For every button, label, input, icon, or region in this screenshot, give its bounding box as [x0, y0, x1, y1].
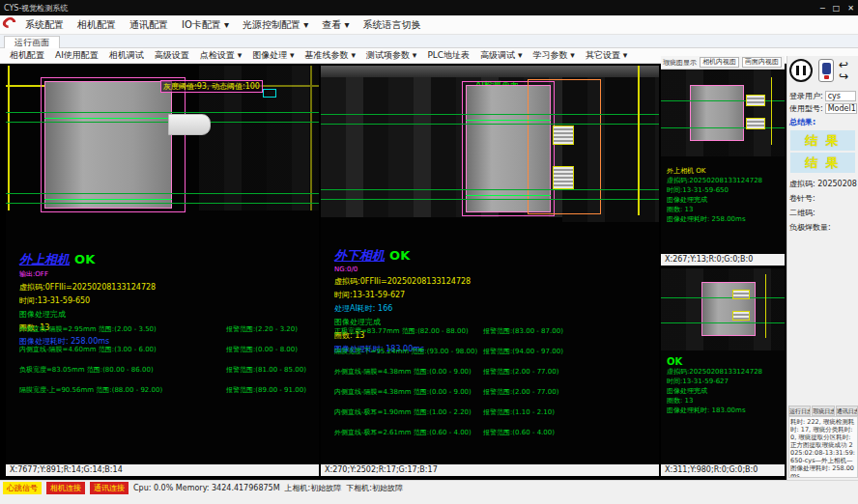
menu-system-config[interactable]: 系统配置 [25, 18, 64, 32]
result-box-2: 结 果 [790, 153, 855, 173]
log-tab-defect[interactable]: 瑕疵日志 [812, 406, 834, 416]
app-logo-icon [0, 15, 18, 30]
alarm-text: 报警范围:(81.00 - 85.00) [226, 365, 306, 375]
thumb-header: 瑕疵图显示 相机内视图 画面内视图 [661, 56, 785, 70]
thumb-line: 圈数: 13 [667, 396, 762, 406]
camera-icon [822, 63, 831, 74]
middle-camera-title: 外下相机 [334, 248, 385, 263]
machinery-texture [321, 66, 659, 77]
thumb-line: 图像处理完成 [667, 195, 762, 205]
measure-line [661, 100, 785, 101]
model-field[interactable]: Model1 [825, 103, 857, 114]
app-window: CYS-视觉检测系统 ─ □ ✕ 系统配置 相机配置 通讯配置 IO卡配置 ▾ … [0, 0, 858, 504]
upper-camera-status-text: 上相机:初始故障 [285, 483, 342, 493]
tool-camera-debug[interactable]: 相机调试 [109, 49, 144, 62]
thumb2-text-block: OK 虚拟码:20250208133124728 时间:13-31-59-627… [667, 357, 762, 415]
left-camera-title: 外上相机 [19, 252, 70, 266]
thumb-line: 时间:13-31-59-650 [667, 185, 762, 195]
winding-pin-line: 卷针号: [787, 189, 858, 204]
alarm-text: 报警范围:(0.60 - 4.00) [483, 428, 555, 437]
tool-spotcheck-settings[interactable]: 点检设置 ▾ [200, 49, 242, 62]
left-barcode-text: 虚拟码:0FFIIi=20250208133124728 [19, 282, 156, 293]
tab-run-screen[interactable]: 运行画面 [4, 36, 60, 48]
measurement-row: 外侧直线-极耳=2.61mm 范围:(0.60 - 4.00) 报警范围:(0.… [321, 428, 659, 448]
measure-text: 外侧直线-隔膜=4.38mm 范围:(0.00 - 9.00) [334, 367, 472, 377]
tool-other-settings[interactable]: 其它设置 ▾ [586, 49, 627, 62]
weld-spot-image [553, 126, 574, 145]
measurement-row: 隔膜宽度-下=95.24mm 范围:(93.00 - 98.00) 报警范围:(… [321, 347, 659, 367]
tool-learning-params[interactable]: 学习参数 ▾ [533, 49, 575, 62]
battery-cell-image [690, 85, 744, 141]
left-time-text: 时间:13-31-59-650 [19, 295, 156, 306]
nozzle-image [168, 114, 211, 135]
tool-ai-config[interactable]: AI使用配置 [55, 49, 99, 62]
thumb-line: 图像处理耗时: 183.00ms [667, 406, 762, 415]
menu-io-config[interactable]: IO卡配置 ▾ [182, 18, 229, 32]
measure-line [6, 203, 319, 204]
camera-tool-button[interactable] [818, 59, 834, 82]
log-text-area[interactable]: 耗时: 222, 瑕疵检测耗时: 17, 瑕疵分类耗时: 0, 瑕疵提取分区耗时… [788, 416, 858, 478]
camera-inner-view-button[interactable]: 相机内视图 [700, 57, 739, 68]
tool-advanced-debug[interactable]: 高级调试 ▾ [480, 49, 522, 62]
tool-image-processing[interactable]: 图像处理 ▾ [252, 49, 294, 62]
menu-comm-config[interactable]: 通讯配置 [129, 18, 168, 32]
tool-advanced-settings[interactable]: 高级设置 [155, 49, 189, 62]
measure-text: 内侧直线-隔膜=4.60mm 范围:(3.00 - 6.00) [19, 345, 157, 354]
camera-link-badge: 相机连接 [46, 482, 85, 494]
comm-link-badge: 通讯连接 [90, 482, 129, 494]
roi-cyan-box [263, 89, 276, 98]
log-tab-comm[interactable]: 通讯日志 [836, 406, 858, 416]
left-camera-view[interactable]: 灰度阈值:93, 动态阈值:100 外上相机 OK 输出:OFF 虚拟码:0FF… [6, 66, 319, 476]
menu-view[interactable]: 查看 ▾ [322, 18, 349, 32]
left-done-text: 图像处理完成 [19, 309, 156, 320]
minimize-icon[interactable]: ─ [820, 4, 825, 13]
thumb2-ok-text: OK [667, 357, 762, 367]
menu-language-switch[interactable]: 系统语言切换 [362, 18, 420, 32]
undo-arrow-icon[interactable]: ↩↪ [839, 59, 848, 82]
measure-line [321, 124, 659, 125]
weld-spot-image [732, 290, 750, 299]
thumb1-coords-bar: X:267;Y:13;R:0;G:0;B:0 [661, 254, 785, 266]
thumb2-coords-bar: X:311;Y:980;R:0;G:0;B:0 [661, 464, 785, 476]
thumb-line: 时间:13-31-59-627 [667, 377, 762, 386]
pause-button[interactable] [789, 59, 813, 82]
measure-line [44, 118, 172, 119]
left-signal-text: 输出:OFF [19, 269, 156, 279]
alarm-text: 报警范围:(94.00 - 97.00) [483, 347, 563, 356]
threshold-label: 灰度阈值:93, 动态阈值:100 [160, 80, 263, 93]
thumb-line: 图像处理完成 [667, 386, 762, 396]
tab-strip: 运行画面 [0, 35, 858, 48]
measure-line [44, 199, 172, 200]
alarm-text: 报警范围:(83.00 - 87.00) [483, 326, 563, 336]
measurement-row: 内侧直线-极耳=1.90mm 范围:(1.00 - 2.20) 报警范围:(1.… [321, 407, 659, 428]
measure-line [321, 189, 659, 190]
model-label: 使用型号: [789, 103, 823, 114]
middle-camera-view[interactable]: AI检测画面 外下相机 OK NG:0/0 虚拟码:0FFIIi=2025020… [321, 66, 659, 476]
thumb-camera-view-1[interactable]: 外上相机 OK 虚拟码:20250208133124728 时间:13-31-5… [661, 70, 785, 266]
record-dot-icon [824, 75, 829, 79]
maximize-icon[interactable]: □ [833, 4, 841, 13]
menu-light-config[interactable]: 光源控制配置 ▾ [243, 18, 308, 32]
tool-plc-address-table[interactable]: PLC地址表 [427, 49, 470, 62]
tool-camera-config[interactable]: 相机配置 [10, 49, 44, 62]
thumb-line: 外上相机 OK [667, 166, 762, 176]
measure-text: 正极宽度=83.77mm 范围:(82.00 - 88.00) [334, 326, 469, 336]
close-icon[interactable]: ✕ [847, 4, 854, 13]
screen-inner-view-button[interactable]: 画面内视图 [742, 57, 782, 68]
thumb1-text-block: 外上相机 OK 虚拟码:20250208133124728 时间:13-31-5… [667, 166, 762, 224]
menu-camera-config[interactable]: 相机配置 [77, 18, 116, 32]
measure-line [321, 114, 659, 115]
measurement-row: 隔膜宽度-上=90.56mm 范围:(88.00 - 92.00) 报警范围:(… [6, 385, 319, 406]
lower-camera-status-text: 下相机:初始故障 [346, 483, 403, 493]
measurement-row: 内侧直线-隔膜=4.60mm 范围:(3.00 - 6.00) 报警范围:(0.… [6, 345, 319, 365]
result-box-1: 结 果 [790, 130, 855, 151]
log-tab-run[interactable]: 运行日志 [788, 406, 811, 416]
battery-cell-image [44, 81, 172, 209]
tool-baseline-params[interactable]: 基准线参数 ▾ [305, 49, 356, 62]
login-user-field[interactable]: cys [825, 91, 856, 101]
thumb-camera-view-2[interactable]: OK 虚拟码:20250208133124728 时间:13-31-59-627… [661, 268, 785, 476]
alarm-text: 报警范围:(0.00 - 8.00) [226, 345, 298, 354]
weld-spot-image [732, 311, 750, 321]
measure-line [6, 193, 319, 194]
tool-test-params[interactable]: 测试项参数 ▾ [366, 49, 416, 62]
